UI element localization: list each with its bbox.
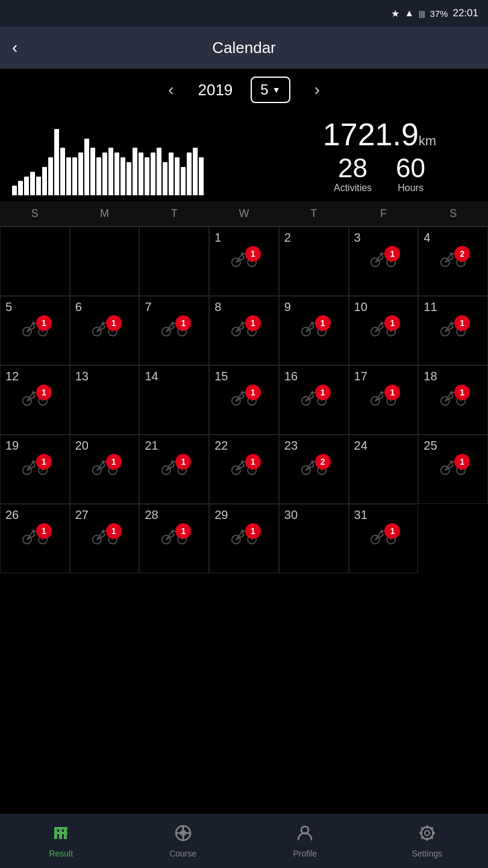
chart-bar <box>187 153 192 195</box>
activity-count-badge: 1 <box>175 523 191 539</box>
calendar-cell[interactable]: 10 1 <box>349 296 419 365</box>
calendar-cell[interactable]: 9 1 <box>279 296 349 365</box>
cell-activity-content: 1 <box>5 388 64 409</box>
cell-activity-content: 1 <box>214 458 274 478</box>
chart-bar <box>30 172 35 195</box>
calendar-cell[interactable]: 13 <box>70 365 140 435</box>
hours-count: 60 <box>396 155 425 181</box>
cell-activity-content: 1 <box>354 250 413 270</box>
calendar-cell[interactable]: 28 1 <box>139 504 209 573</box>
svg-point-50 <box>162 327 170 336</box>
calendar-cell[interactable]: 23 2 <box>279 435 349 504</box>
cell-date: 13 <box>75 370 134 383</box>
activity-count-badge: 1 <box>106 523 122 539</box>
calendar-cell[interactable]: 15 1 <box>209 365 279 435</box>
activity-count-badge: 1 <box>384 523 400 539</box>
bike-icon: 1 <box>161 527 187 547</box>
calendar-cell[interactable]: 17 1 <box>349 365 419 435</box>
bike-icon: 1 <box>161 458 187 478</box>
activity-count-badge: 1 <box>36 385 52 400</box>
calendar-cell[interactable]: 2 <box>279 227 349 296</box>
distance-value: 1721.9km <box>323 117 436 152</box>
chart-bar <box>36 177 41 195</box>
cell-date: 7 <box>145 300 204 314</box>
activity-count-badge: 1 <box>454 385 470 400</box>
calendar-cell[interactable]: 16 1 <box>279 365 349 435</box>
cell-date: 28 <box>145 508 204 522</box>
settings-nav-icon <box>418 824 436 846</box>
calendar-cell[interactable]: 7 1 <box>139 296 209 365</box>
month-value: 5 <box>260 81 268 98</box>
svg-point-271 <box>425 831 430 835</box>
prev-month-button[interactable]: ‹ <box>162 77 180 102</box>
hours-stat: 60 Hours <box>396 155 425 193</box>
cell-activity-content: 1 <box>145 319 204 339</box>
calendar-cell[interactable]: 19 1 <box>0 435 70 504</box>
distance-display: 1721.9km <box>323 119 436 150</box>
calendar-cell[interactable]: 6 1 <box>70 296 140 365</box>
chart-bar <box>139 153 143 195</box>
svg-point-240 <box>232 535 240 544</box>
hours-label: Hours <box>398 183 424 193</box>
calendar-cell[interactable]: 30 <box>279 504 349 573</box>
calendar-cell[interactable]: 25 1 <box>418 435 488 504</box>
stats-row: 28 Activities 60 Hours <box>334 155 425 193</box>
bike-icon: 1 <box>22 458 48 478</box>
calendar-cell[interactable]: 11 1 <box>418 296 488 365</box>
page-title: Calendar <box>212 39 276 57</box>
bike-icon: 1 <box>370 527 396 547</box>
calendar-cell[interactable]: 26 1 <box>0 504 70 573</box>
calendar-cell[interactable]: 12 1 <box>0 365 70 435</box>
svg-point-110 <box>232 397 240 405</box>
bike-icon: 1 <box>370 388 396 409</box>
activity-count-badge: 1 <box>175 454 191 470</box>
calendar-cell[interactable]: 20 1 <box>70 435 140 504</box>
distance-unit: km <box>419 133 436 148</box>
nav-item-profile[interactable]: Profile <box>244 824 366 858</box>
calendar-cell <box>139 227 209 296</box>
activity-count-badge: 1 <box>315 315 331 331</box>
bike-icon: 1 <box>22 388 48 409</box>
calendar-cell[interactable]: 18 1 <box>418 365 488 435</box>
activities-count: 28 <box>338 155 368 181</box>
cell-date: 4 <box>424 231 483 245</box>
cell-date: 31 <box>354 508 413 522</box>
cell-activity-content: 1 <box>424 319 483 339</box>
cell-date: 27 <box>75 508 134 522</box>
calendar-cell[interactable]: 24 <box>349 435 419 504</box>
activity-count-badge: 1 <box>106 315 122 331</box>
activity-count-badge: 1 <box>384 246 400 262</box>
nav-item-course[interactable]: Course <box>122 824 245 858</box>
back-button[interactable]: ‹ <box>12 38 17 57</box>
nav-item-result[interactable]: Result <box>0 824 122 858</box>
cell-activity-content: 1 <box>424 458 483 478</box>
activity-count-badge: 1 <box>175 315 191 331</box>
month-dropdown[interactable]: 5 ▼ <box>251 77 290 103</box>
calendar-cell[interactable]: 5 1 <box>0 296 70 365</box>
bike-icon: 1 <box>231 527 257 547</box>
calendar-cell[interactable]: 14 <box>139 365 209 435</box>
bike-icon: 2 <box>440 250 466 270</box>
cell-date: 10 <box>354 300 413 314</box>
chart-bar <box>84 139 89 195</box>
year-label: 2019 <box>198 81 233 99</box>
cell-activity-content: 1 <box>284 319 343 339</box>
calendar-cell[interactable]: 29 1 <box>209 504 279 573</box>
calendar-cell[interactable]: 22 1 <box>209 435 279 504</box>
activity-count-badge: 2 <box>454 246 470 262</box>
cell-date: 14 <box>145 370 204 383</box>
activities-label: Activities <box>334 183 372 193</box>
next-month-button[interactable]: › <box>308 77 326 102</box>
calendar-cell[interactable]: 4 2 <box>418 227 488 296</box>
calendar-cell[interactable]: 1 1 <box>209 227 279 296</box>
calendar-cell[interactable]: 8 1 <box>209 296 279 365</box>
cell-date: 25 <box>424 439 483 453</box>
calendar-cell[interactable]: 21 1 <box>139 435 209 504</box>
calendar-cell[interactable]: 27 1 <box>70 504 140 573</box>
nav-item-settings[interactable]: Settings <box>366 824 489 858</box>
calendar-cell[interactable]: 31 1 <box>349 504 419 573</box>
cell-activity-content: 1 <box>5 319 64 339</box>
day-header-label: S <box>418 201 488 226</box>
activity-count-badge: 1 <box>245 523 261 539</box>
calendar-cell[interactable]: 3 1 <box>349 227 419 296</box>
